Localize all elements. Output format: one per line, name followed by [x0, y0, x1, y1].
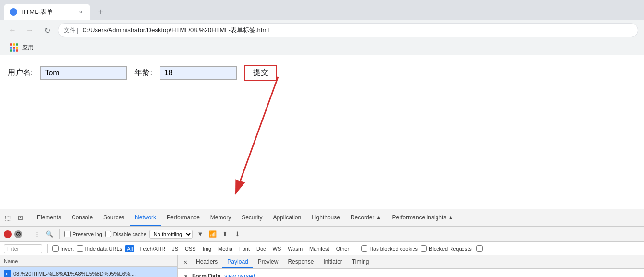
apps-icon: [10, 43, 18, 52]
detail-tabs: × Headers Payload Preview Response Initi…: [178, 255, 644, 269]
form-data-toggle-icon[interactable]: ▼: [183, 274, 188, 277]
filter-tag-font[interactable]: Font: [237, 245, 252, 252]
has-blocked-checkbox[interactable]: Has blocked cookies: [361, 245, 418, 252]
tab-network[interactable]: Network: [130, 209, 161, 226]
throttle-select[interactable]: No throttling: [149, 230, 193, 239]
forward-button[interactable]: →: [23, 24, 36, 37]
detail-tab-timing[interactable]: Timing: [347, 255, 374, 268]
toolbar-sep1: [27, 229, 27, 239]
username-input[interactable]: [40, 66, 127, 80]
request-list: Name d 08.%20HTML-%E8%A1%A8%E5%8D%95%E6%…: [0, 255, 178, 277]
tab-title: HTML-表单: [21, 8, 73, 16]
filter-tag-js[interactable]: JS: [170, 245, 180, 252]
filter-input[interactable]: [4, 244, 42, 253]
filter-bar: Invert Hide data URLs All Fetch/XHR JS C…: [0, 242, 644, 255]
filter-tag-css[interactable]: CSS: [183, 245, 198, 252]
search-icon[interactable]: 🔍: [45, 229, 54, 239]
detail-tab-initiator[interactable]: Initiator: [318, 255, 347, 268]
address-bar: ← → ↻ 文件 | C:/Users/Administrator/Deskto…: [0, 20, 644, 40]
invert-checkbox[interactable]: Invert: [52, 245, 74, 252]
detail-tab-preview[interactable]: Preview: [253, 255, 283, 268]
request-type-icon: d: [4, 270, 11, 277]
url-text: C:/Users/Administrator/Desktop/HTML/08.%…: [82, 26, 632, 35]
tab-application[interactable]: Application: [268, 209, 306, 226]
detail-tab-headers[interactable]: Headers: [191, 255, 222, 268]
detail-close-button[interactable]: ×: [180, 256, 191, 268]
request-item[interactable]: d 08.%20HTML-%E8%A1%A8%E5%8D%95%E6%....: [0, 267, 177, 277]
device-toolbar-icon[interactable]: ⊡: [14, 212, 26, 224]
filter-icon[interactable]: ⋮: [32, 229, 42, 239]
tab-recorder[interactable]: Recorder ▲: [346, 209, 387, 226]
form-data-header: ▼ Form Data view parsed: [183, 273, 638, 277]
filter-sep2: [356, 244, 356, 253]
tab-memory[interactable]: Memory: [206, 209, 236, 226]
reload-button[interactable]: ↻: [40, 24, 54, 37]
record-button[interactable]: [4, 230, 12, 238]
bookmarks-bar: 应用: [0, 40, 644, 55]
detail-panel: × Headers Payload Preview Response Initi…: [178, 255, 644, 277]
blocked-requests-checkbox[interactable]: Blocked Requests: [421, 245, 472, 252]
filter-tag-other[interactable]: Other: [334, 245, 352, 252]
filter-tag-img[interactable]: Img: [201, 245, 213, 252]
back-button[interactable]: ←: [6, 24, 19, 37]
svg-line-1: [235, 77, 278, 194]
hide-data-urls-checkbox[interactable]: Hide data URLs: [77, 245, 122, 252]
form-data-section: ▼ Form Data view parsed username=Tom&age…: [178, 269, 644, 277]
apps-bookmark[interactable]: 应用: [6, 42, 37, 53]
preserve-log-checkbox[interactable]: Preserve log: [64, 231, 102, 237]
tab-security[interactable]: Security: [237, 209, 267, 226]
tab-close-button[interactable]: ×: [77, 8, 85, 16]
tab-elements[interactable]: Elements: [32, 209, 66, 226]
submit-button[interactable]: 提交: [244, 65, 277, 81]
tab-console[interactable]: Console: [67, 209, 97, 226]
form-data-title: Form Data: [192, 273, 220, 277]
age-label: 年龄:: [134, 68, 152, 78]
network-toolbar: ⊘ ⋮ 🔍 Preserve log Disable cache No thro…: [0, 227, 644, 242]
view-parsed-link[interactable]: view parsed: [224, 273, 255, 277]
tab-favicon: [10, 8, 17, 16]
filter-tag-doc[interactable]: Doc: [255, 245, 268, 252]
import-icon[interactable]: ⬆: [220, 229, 230, 239]
form-row: 用户名: 年龄: 提交: [8, 65, 636, 81]
request-list-container: Name d 08.%20HTML-%E8%A1%A8%E5%8D%95%E6%…: [0, 255, 644, 277]
tab-sources[interactable]: Sources: [98, 209, 129, 226]
tab-bar: HTML-表单 × +: [0, 0, 644, 20]
page-content: 用户名: 年龄: 提交: [0, 55, 644, 209]
disable-cache-checkbox[interactable]: Disable cache: [105, 231, 146, 237]
filter-tag-wasm[interactable]: Wasm: [286, 245, 304, 252]
new-tab-button[interactable]: +: [94, 5, 108, 19]
active-tab[interactable]: HTML-表单 ×: [4, 4, 90, 20]
filter-tag-all[interactable]: All: [125, 245, 134, 252]
wifi-icon[interactable]: 📶: [208, 229, 218, 239]
apps-label: 应用: [22, 44, 34, 52]
export-icon[interactable]: ⬇: [233, 229, 243, 239]
tab-performance-insights[interactable]: Performance insights ▲: [388, 209, 459, 226]
filter-sep: [47, 244, 48, 253]
username-label: 用户名:: [8, 68, 33, 78]
filter-tag-fetch[interactable]: Fetch/XHR: [137, 245, 167, 252]
browser-chrome: HTML-表单 × + ← → ↻ 文件 | C:/Users/Administ…: [0, 0, 644, 55]
detail-tab-payload[interactable]: Payload: [222, 255, 253, 268]
tab-performance[interactable]: Performance: [162, 209, 205, 226]
detail-tab-response[interactable]: Response: [283, 255, 318, 268]
devtools-tabs: ⬚ ⊡ Elements Console Sources Network Per…: [0, 209, 644, 227]
devtools-panel: ⬚ ⊡ Elements Console Sources Network Per…: [0, 209, 644, 277]
request-name: 08.%20HTML-%E8%A1%A8%E5%8D%95%E6%....: [13, 271, 136, 277]
tab-separator: [29, 213, 29, 223]
name-column-header: Name: [0, 255, 177, 267]
url-bar[interactable]: 文件 | C:/Users/Administrator/Desktop/HTML…: [58, 23, 638, 37]
filter-tag-ws[interactable]: WS: [271, 245, 283, 252]
filter-tag-media[interactable]: Media: [216, 245, 234, 252]
filter-tag-manifest[interactable]: Manifest: [307, 245, 331, 252]
age-input[interactable]: [160, 66, 237, 80]
toolbar-sep2: [59, 229, 60, 239]
throttle-down-icon[interactable]: ▼: [195, 229, 205, 239]
clear-button[interactable]: ⊘: [14, 230, 22, 238]
tab-lighthouse[interactable]: Lighthouse: [307, 209, 345, 226]
inspect-element-icon[interactable]: ⬚: [2, 212, 13, 224]
url-lock-icon: 文件 |: [64, 26, 78, 35]
